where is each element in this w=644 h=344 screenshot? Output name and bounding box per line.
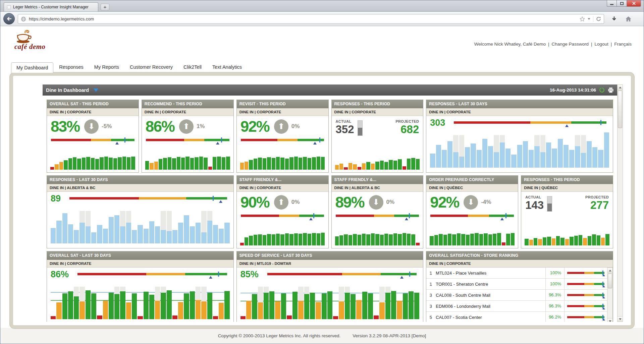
close-button[interactable] [627, 0, 641, 7]
url-bar[interactable]: https://cimdemo.legermetrics.com [18, 14, 604, 24]
widget-body: 1 MTL024 - Place Versailles 100% 1 TOR00… [426, 268, 613, 322]
kpi-delta: 0% [291, 123, 300, 130]
score-marker-icon [209, 276, 212, 279]
trend-mini-bar-chart [240, 230, 325, 245]
store-score: 100% [545, 279, 564, 289]
widget-revisit-this-period-dine-in-corporate: REVISIT - THIS PERIOD DINE IN | CORPORAT… [236, 100, 329, 173]
progress-meter [358, 120, 363, 136]
store-score: 100% [545, 268, 564, 278]
store-rank-row[interactable]: 3 CAL008 - South Centre Mall 96.3% [426, 290, 607, 301]
kpi-value: 86% [146, 119, 174, 134]
scroll-down-button[interactable] [607, 318, 612, 322]
benchmark-tick [213, 196, 214, 201]
home-button[interactable] [623, 14, 634, 24]
widget-header[interactable]: RESPONSES - LAST 30 DAYS [47, 176, 233, 184]
kpi-value: 92% [240, 119, 269, 134]
widget-header[interactable]: OVERALL SAT - THIS PERIOD [47, 100, 139, 108]
scrollbar-thumb[interactable] [608, 274, 612, 288]
maximize-button[interactable] [617, 0, 627, 7]
widget-body: 85% [237, 268, 423, 322]
score-marker-icon [219, 200, 222, 203]
cafe-demo-logo[interactable]: café demo [14, 29, 58, 51]
scrollbar-track[interactable] [607, 273, 612, 318]
dashboard-scrollbar[interactable] [617, 84, 623, 322]
widget-header[interactable]: RESPONSES - LAST 30 DAYS [426, 100, 613, 108]
store-rank-row[interactable]: 5 CAL007 - Scotia Center 96.2% [426, 312, 607, 322]
dashboard-dropdown-icon[interactable] [94, 89, 98, 92]
widget-body: 89 [47, 192, 233, 248]
widget-overall-sat-last-30-days-dine-in-corporate: OVERALL SAT - LAST 30 DAYS DINE IN | COR… [47, 251, 234, 322]
store-rank-row[interactable]: 1 TOR001 - Sheraton Centre 100% [426, 279, 607, 290]
benchmark-tick [600, 120, 601, 125]
target-gauge [567, 272, 604, 274]
page-favicon-icon [7, 5, 11, 9]
widget-scope: DINE IN | CORPORATE [47, 108, 139, 116]
welcome-text: Welcome Nick Whatley, Café Demo [474, 42, 546, 47]
tab-clik2tell[interactable]: Clik2Tell [178, 62, 207, 72]
store-rank-row[interactable]: 1 MTL024 - Place Versailles 100% [426, 268, 607, 279]
scroll-up-button[interactable] [607, 268, 612, 273]
user-links: Welcome Nick Whatley, Café Demo|Change P… [474, 42, 632, 47]
widget-header[interactable]: ORDER PREPARED CORRECTLY [426, 176, 518, 184]
widget-header[interactable]: RESPONSES - THIS PERIOD [521, 176, 613, 184]
kpi-value: 90% [240, 194, 269, 210]
widget-header[interactable]: RESPONSES - THIS PERIOD [332, 100, 423, 108]
scroll-up-button[interactable] [618, 85, 623, 90]
widget-header[interactable]: OVERALL SATISFACTION - STORE RANKING [426, 251, 613, 260]
tab-customer-recovery[interactable]: Customer Recovery [125, 62, 178, 72]
widget-scope: DINE IN | CORPORATE [47, 260, 233, 268]
target-gauge [430, 215, 514, 217]
browser-tab[interactable]: Leger Metrics - Customer Insight Manager [4, 2, 98, 11]
refresh-icon[interactable] [599, 87, 605, 93]
site-globe-icon [21, 16, 26, 22]
scrollbar-thumb[interactable] [618, 91, 622, 128]
divider [593, 16, 593, 22]
projected-value: 277 [585, 199, 609, 211]
tab-my-reports[interactable]: My Reports [89, 62, 124, 72]
reload-icon[interactable] [596, 16, 601, 21]
target-gauge [454, 121, 606, 124]
widget-header[interactable]: SPEED OF SERVICE - LAST 30 DAYS [237, 251, 423, 260]
ranking-scrollbar[interactable] [607, 268, 613, 322]
widget-body: 90% ⬆ 0% [237, 192, 328, 248]
store-rank: 1 [426, 282, 435, 287]
trend-mini-bar-chart [50, 154, 136, 170]
link-fran-ais[interactable]: Français [614, 42, 632, 47]
target-gauge [146, 139, 229, 141]
dashboard-scrollbar-slot [617, 84, 623, 322]
benchmark-tick [505, 213, 506, 218]
widget-header[interactable]: REVISIT - THIS PERIOD [237, 100, 328, 108]
tab-responses[interactable]: Responses [54, 62, 89, 72]
scroll-down-button[interactable] [618, 316, 623, 322]
daily-score-chart [51, 282, 230, 319]
scrollbar-track[interactable] [618, 90, 623, 316]
tab-text-analytics[interactable]: Text Analytics [207, 62, 247, 72]
url-text[interactable]: https://cimdemo.legermetrics.com [29, 16, 580, 21]
kpi-delta: 0% [291, 199, 300, 206]
widget-order-prepared-correctly-dine-in-qu-bec: ORDER PREPARED CORRECTLY DINE IN | QUÉBE… [426, 175, 518, 248]
trend-down-icon: ⬇ [369, 195, 383, 210]
downloads-button[interactable] [609, 14, 620, 24]
widget-header[interactable]: STAFF FRIENDLY &... [332, 176, 423, 184]
bookmark-star-icon[interactable] [580, 16, 585, 22]
url-dropdown-icon[interactable] [588, 18, 590, 20]
widget-header[interactable]: OVERALL SAT - LAST 30 DAYS [47, 251, 233, 260]
print-icon[interactable] [608, 88, 614, 93]
trend-mini-bar-chart [145, 154, 230, 170]
widget-header[interactable]: STAFF FRIENDLY &... [237, 176, 328, 184]
new-tab-button[interactable]: + [101, 4, 109, 10]
widget-scope: DINE IN | ALBERTA & BC [332, 184, 423, 192]
trend-mini-bar-chart [335, 154, 420, 170]
widget-header[interactable]: RECOMMEND - THIS PERIOD [142, 100, 233, 108]
score-marker-icon [602, 319, 605, 321]
store-rank-row[interactable]: 3 EDM006 - Londonderry Mall 96.3% [426, 301, 607, 312]
back-button[interactable] [3, 13, 15, 24]
widget-scope: DINE IN | CORPORATE [332, 108, 423, 116]
widget-responses-this-period-dine-in-corporate: RESPONSES - THIS PERIOD DINE IN | CORPOR… [331, 100, 424, 173]
minimize-button[interactable] [607, 0, 617, 7]
link-change-password[interactable]: Change Password [552, 42, 589, 47]
tab-my-dashboard[interactable]: My Dashboard [11, 62, 53, 73]
widget-scope: DINE IN | CORPORATE [237, 184, 328, 192]
store-rank: 3 [426, 293, 435, 298]
link-logout[interactable]: Logout [594, 42, 608, 47]
